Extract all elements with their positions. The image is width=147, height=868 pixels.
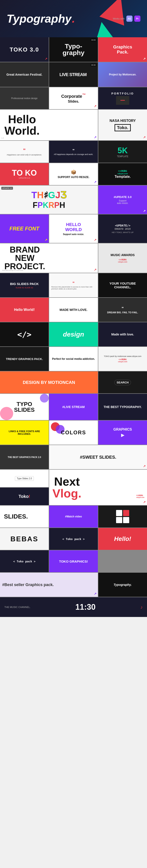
design-by-cell[interactable]: DESIGN BY MOTIONCAN (0, 371, 98, 393)
slides-big-cell[interactable]: SLIDES. (0, 505, 49, 528)
great-american-cell[interactable]: Great American Festival. (0, 62, 49, 87)
remove-text-cell[interactable]: " Remove this placeholder to access to m… (49, 273, 98, 297)
brand-new-text: BRANDNEWPROJECT. (2, 246, 45, 271)
toko-logo: Toko. (115, 124, 131, 131)
hello-cell[interactable]: Hello! (98, 528, 147, 550)
big-slides-cell[interactable]: BIG SLIDES PACK SLIDE 01 SLIDE 02 (0, 273, 49, 297)
typography-big-text: Typo-graphy (62, 43, 85, 56)
toko-vertical-cell[interactable]: TO KO UPDATE:3.0 (0, 163, 49, 185)
graphics-pack-cell[interactable]: GraphicsPack. ↗ (98, 37, 147, 62)
time-display: 11:30 (76, 602, 96, 612)
colors-big-cell[interactable]: COLORS (49, 421, 98, 445)
made-with-love2-cell[interactable]: Made with love. (98, 322, 147, 346)
portfolio-cell[interactable]: PORTFOLIO (98, 87, 147, 109)
trendy-cell[interactable]: TRENDY GRAPHICS PACK. (0, 347, 49, 371)
toko-graphics-cell[interactable]: TOKO GRAPHICS! (49, 550, 98, 572)
live-stream2-cell[interactable]: #LIVE STREAM (49, 394, 98, 420)
best-graphics-cell[interactable]: THE BEST GRAPHICS PACK 2.0 (0, 445, 49, 469)
live-stream2-text: #LIVE STREAM (62, 405, 85, 409)
typo-slides-cell[interactable]: TYPOSLIDES (0, 394, 49, 420)
cg-watermark3: CG资源站cdzyw.com (136, 494, 145, 499)
code-cell[interactable]: </> (0, 322, 49, 346)
live-stream-text: LIVE STREAM_ (59, 72, 88, 77)
professional-cell[interactable]: Professional motion design (0, 87, 49, 109)
great-american-text: Great American Festival. (6, 73, 42, 76)
ae-badge: AE (126, 16, 133, 22)
big-slides-text: BIG SLIDES PACK (10, 282, 39, 286)
hash-cell[interactable]: #UPDATE 3.0 Supportauto resize. ↗ (98, 185, 147, 214)
live-stream-cell[interactable]: LIVE STREAM_ 00:30 (49, 62, 98, 87)
design-cell[interactable]: design (49, 322, 98, 346)
hello-world-text: HelloWorld. (2, 114, 40, 136)
watch-video-cell[interactable]: #Watch video (49, 505, 98, 528)
typography-bottom-cell[interactable]: Typography. (98, 573, 147, 597)
header-title: Typography . (7, 12, 75, 25)
arrow-icon: ↗ (45, 57, 48, 61)
dream-fail-text: DREAM BIG. FAIL TO FAIL. (107, 311, 138, 314)
sweet-slides-cell[interactable]: #SWEET SLIDES. ↗ (49, 445, 147, 469)
your-youtube-text: YOUR YOUTUBE CHANNEL. (100, 281, 145, 289)
toko-pack2-text: < Toko pack > (62, 537, 85, 541)
corporate-cell[interactable]: Corporate™Slides. ↗ (49, 87, 98, 109)
remove-text: Remove this placeholder to access to mor… (51, 286, 96, 290)
music-awards-cell[interactable]: MUSIC AWARDS CG资源站cdzyw.com (98, 243, 147, 273)
arrow-icon: ↗ (143, 135, 146, 139)
toko-pack3-cell[interactable]: < Toko pack > (0, 550, 49, 572)
links-cell[interactable]: LINKS & FREE FONTS ARE INCLUDED. (0, 421, 49, 445)
graphics-cell[interactable]: GRAPHICS ▶ (98, 421, 147, 445)
graphics-pack-text: GraphicsPack. (113, 44, 132, 55)
professional-text: Professional motion design (11, 97, 37, 99)
hello-world2-cell[interactable]: Hello World! (0, 298, 49, 322)
toko-cell[interactable]: TOKO 3.0 ↗ (0, 37, 49, 62)
timer-badge: 00:00 (90, 39, 96, 41)
update-envato-cell[interactable]: <UPDATE/>ENVATO 2019 HEY TOKO, WHAT'S UP (98, 214, 147, 243)
your-youtube-cell[interactable]: YOUR YOUTUBE CHANNEL. (98, 273, 147, 297)
perfect-text: Perfect for social media addiction. (52, 358, 95, 361)
made-with-love-text: MADE WITH LOVE. (60, 308, 88, 312)
sq1 (116, 510, 122, 516)
toko-pack2-cell[interactable]: < Toko pack > (49, 528, 98, 550)
toko-exclaim-cell[interactable]: Toko! (0, 488, 49, 505)
type-slides-cell[interactable]: Type Slides 2.0 (0, 470, 49, 487)
best-seller-cell[interactable]: #Best seller Graphics pack. ↗ (0, 573, 98, 597)
nasa-history-cell[interactable]: NASA HISTORY Toko. ↗ (98, 110, 147, 140)
all-happiness-cell[interactable]: " All happiness depends on courage and w… (49, 141, 98, 163)
arrow-icon: ↗ (45, 238, 48, 242)
next-vlog-text: Next Vlog. (53, 475, 81, 499)
free-font-cell[interactable]: FREE FONT ↗ (0, 214, 49, 243)
made-with-love-cell[interactable]: MADE WITH LOVE. (49, 298, 98, 322)
nasa-history-text: NASA HISTORY (110, 119, 136, 123)
free-font-text: FREE FONT (9, 226, 39, 232)
next-vlog-cell[interactable]: Next Vlog. CG资源站cdzyw.com ↗ (49, 470, 147, 505)
update30-letters-cell[interactable]: TH♯GJƷ FPKRPH UPDATE 3.0 (0, 185, 98, 214)
toko-pack3-text: < Toko pack > (13, 560, 35, 563)
cg-template-cell[interactable]: CG资源站cdzyw.com Template. (98, 163, 147, 185)
support-auto-cell[interactable]: 📦 SUPPORT AUTO RESIZE. ↗ (49, 163, 98, 185)
bebas-cell[interactable]: BEBAS (0, 528, 49, 550)
support-auto2-cell[interactable]: HELLOWORLD Support auto resize. ↗ (49, 214, 98, 243)
made-with-love2-text: Made with love. (111, 333, 134, 336)
music-time-cell[interactable]: THE MUSIC CHANNEL. 11:30 ♪ (0, 597, 147, 617)
slide-number: 1.0 (1, 137, 4, 139)
perfect-cell[interactable]: Perfect for social media addiction. (49, 347, 98, 371)
watch-video-text: #Watch video (65, 515, 82, 518)
five-k-cell[interactable]: 5K TEMPLATE (98, 141, 147, 163)
four-squares-cell[interactable] (98, 505, 147, 528)
typography-bottom-text: Typography. (114, 583, 132, 587)
dream-fail-cell[interactable]: " DREAM BIG. FAIL TO FAIL. (98, 298, 147, 322)
search-cell[interactable]: SEARCH (98, 371, 147, 393)
typography-big-cell[interactable]: Typo-graphy 00:00 (49, 37, 98, 62)
project-motioncan-cell[interactable]: Project by Motioncan. (98, 62, 147, 87)
pr-badge: Pr (134, 16, 140, 22)
type-slides-btn[interactable]: Type Slides 2.0 (15, 476, 34, 481)
code-bracket-text: </> (17, 330, 31, 339)
hello-world-greeting: HELLOWORLD (65, 222, 82, 232)
works-with-section: Works with AE Pr (113, 16, 140, 22)
toko-pack-cell[interactable]: TOKO pack by motioncan www.cdzyw.com CG资… (98, 347, 147, 371)
hello-world-cell[interactable]: HelloWorld. 1.0 ↗ (0, 110, 98, 140)
happiness-cell[interactable]: " Happiness can exist only in acceptance… (0, 141, 49, 163)
best-typography-cell[interactable]: THE BEST TYPOGRAPHY. (98, 394, 147, 420)
brand-new-cell[interactable]: BRANDNEWPROJECT. ↗ Animated design by mo… (0, 243, 98, 273)
timer-badge: 00:30 (90, 64, 96, 66)
best-typography-text: THE BEST TYPOGRAPHY. (104, 405, 142, 409)
